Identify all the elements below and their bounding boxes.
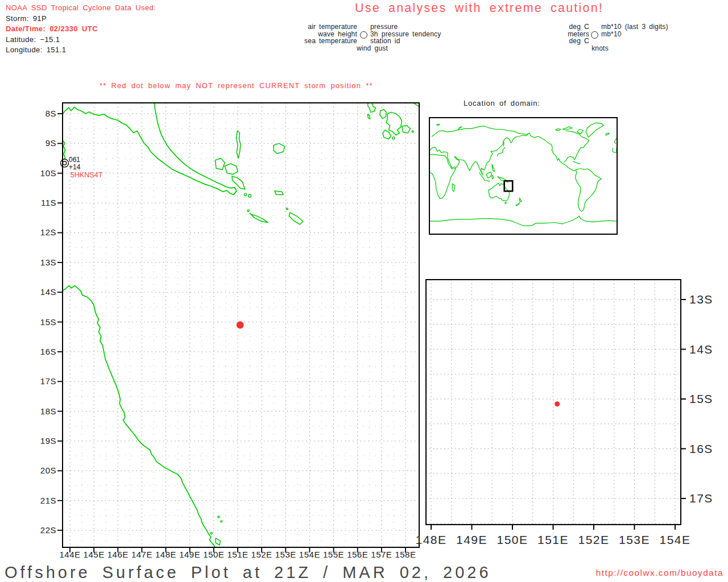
main-map-lon-label: 149E — [179, 550, 200, 559]
main-map-lat-label: 19S — [40, 436, 56, 446]
legend-pressure: pressure — [370, 23, 441, 31]
zoom-map-grid — [426, 280, 681, 525]
zoom-map-lat-label: 15S — [689, 392, 713, 406]
storm-position-warning: ** Red dot below may NOT represent CURRE… — [100, 81, 373, 90]
zoom-map-lat-label: 13S — [689, 293, 713, 306]
plot-title: Offshore Surface Plot at 21Z / MAR 02, 2… — [5, 563, 491, 582]
main-map-lon-label: 157E — [371, 550, 392, 559]
main-map-lat-label: 8S — [46, 109, 56, 118]
caution-banner: Use analyses with extreme caution! — [355, 1, 603, 15]
units-left-column: deg C meters deg C — [500, 23, 589, 45]
station-id-value: 5HKNS4T — [71, 171, 103, 179]
main-map-lat-label: 22S — [40, 525, 56, 535]
main-map-ticks — [57, 114, 406, 552]
main-map-lat-label: 12S — [40, 227, 56, 237]
main-map-lon-label: 147E — [131, 550, 152, 559]
legend-sea-temperature: sea temperature — [239, 38, 357, 45]
storm-position-dot-zoom — [555, 401, 560, 406]
main-map-lon-label: 151E — [227, 550, 248, 559]
zoom-map-lat-label: 14S — [689, 343, 713, 356]
zoom-map-lon-label: 150E — [497, 533, 528, 547]
main-map-lon-label: 156E — [347, 550, 368, 559]
zoom-map-lat-label: 17S — [689, 492, 713, 505]
main-map-lat-label: 13S — [40, 257, 56, 267]
main-map-lon-label: 145E — [84, 550, 105, 559]
main-map-lon-label: 155E — [323, 550, 344, 559]
unit-deg-c-air: deg C — [500, 23, 589, 31]
station-legend-right-column: pressure 3h pressure tendency station id — [370, 23, 441, 45]
inset-title: Location of domain: — [464, 99, 540, 107]
source-url[interactable]: http://coolwx.com/buoydata — [596, 568, 723, 578]
station-model-circle-icon — [360, 31, 367, 39]
main-map-lat-label: 20S — [40, 465, 56, 475]
main-map-lon-label: 152E — [251, 550, 272, 559]
zoom-map-lon-label: 151E — [537, 533, 569, 547]
storm-position-dot — [237, 321, 244, 329]
unit-mb10: mb*10 — [601, 31, 668, 38]
main-map-lon-label: 150E — [203, 550, 224, 559]
world-inset-map — [429, 118, 617, 234]
main-map-lon-label: 153E — [275, 550, 296, 559]
zoom-map-lat-label: 16S — [689, 442, 713, 456]
units-right-column: mb*10 (last 3 digits) mb*10 — [601, 23, 668, 38]
main-map-lon-label: 148E — [155, 550, 176, 559]
main-map-lon-label: 144E — [59, 550, 80, 559]
station-tendency-value: +14 — [69, 163, 81, 171]
unit-knots: knots — [577, 45, 623, 52]
storm-datetime-line: Date/Time: 02/2330 UTC — [6, 24, 156, 35]
main-map-lat-label: 18S — [40, 406, 56, 416]
data-source-title: NOAA SSD Tropical Cyclone Data Used: — [6, 3, 156, 14]
main-map-lat-label: 11S — [41, 198, 56, 207]
storm-latitude-line: Latitude: −15.1 — [6, 35, 156, 45]
world-coastlines — [430, 123, 617, 226]
main-map: 061 +14 5HKNS4T — [55, 97, 428, 562]
zoom-map — [425, 278, 688, 532]
legend-wind-gust: wind gust — [348, 45, 396, 52]
storm-longitude-line: Longitude: 151.1 — [6, 45, 156, 56]
legend-station-id: station id — [370, 38, 441, 45]
legend-air-temperature: air temperature — [239, 23, 357, 31]
buoy-station-circle-icon — [61, 159, 69, 167]
units-circle-icon — [591, 31, 598, 39]
unit-deg-c-sea: deg C — [500, 38, 589, 45]
main-map-lat-label: 17S — [40, 376, 56, 386]
storm-id-line: Storm: 91P — [6, 14, 156, 24]
zoom-map-lon-label: 148E — [415, 533, 446, 547]
main-map-lat-label: 21S — [40, 496, 56, 505]
station-pressure-value: 061 — [69, 156, 80, 164]
zoom-map-markers — [555, 401, 560, 406]
main-map-lat-label: 16S — [40, 347, 56, 356]
main-map-lon-label: 154E — [299, 550, 320, 559]
main-map-lat-label: 15S — [40, 317, 56, 327]
unit-mb10-last3: mb*10 (last 3 digits) — [601, 23, 668, 31]
zoom-map-lon-label: 153E — [619, 533, 650, 547]
main-map-lat-label: 9S — [46, 138, 56, 148]
station-legend-left-column: air temperature wave height sea temperat… — [239, 23, 357, 45]
main-map-lat-label: 10S — [40, 168, 56, 178]
zoom-map-lon-label: 152E — [578, 533, 609, 547]
zoom-map-lon-label: 149E — [456, 533, 487, 547]
zoom-map-ticks — [431, 300, 686, 530]
zoom-map-lon-label: 154E — [659, 533, 690, 547]
main-map-lon-label: 158E — [395, 550, 416, 559]
storm-data-block: NOAA SSD Tropical Cyclone Data Used: Sto… — [6, 3, 156, 56]
main-map-lon-label: 146E — [107, 550, 129, 559]
main-map-lat-label: 14S — [40, 287, 56, 297]
